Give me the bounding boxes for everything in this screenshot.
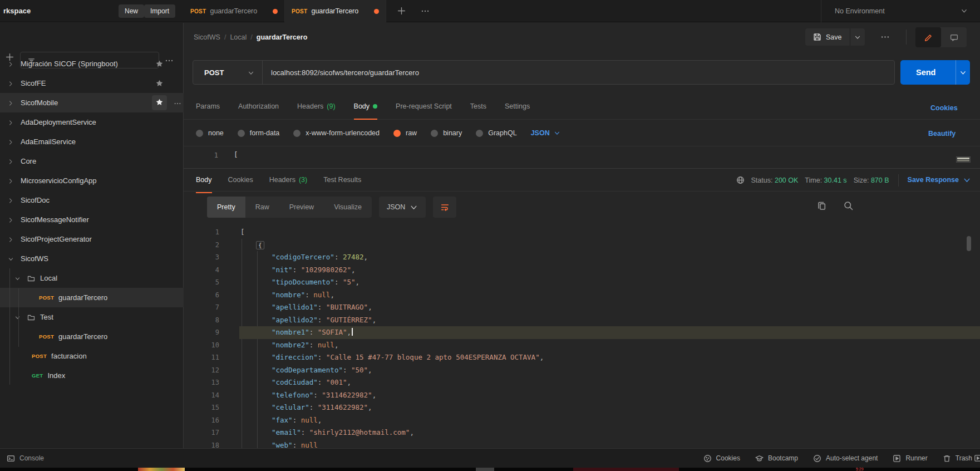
- sidebar-item-sicofdoc[interactable]: SicofDoc: [0, 190, 184, 210]
- console-button[interactable]: Console: [7, 454, 44, 462]
- sidebar-item-index[interactable]: GETIndex: [0, 366, 184, 385]
- code-line-17: 17"email": "shirly2112@hotmail.com",: [184, 426, 980, 439]
- response-tab-test-results[interactable]: Test Results: [323, 167, 361, 193]
- tab-headers[interactable]: Headers(9): [297, 94, 336, 120]
- chevron-down-icon: [14, 315, 21, 321]
- sidebar-item-sicoffe[interactable]: SicofFE: [0, 73, 184, 93]
- send-options-chevron[interactable]: [956, 68, 970, 76]
- radio-icon: [476, 130, 483, 137]
- save-button[interactable]: Save: [805, 28, 850, 46]
- open-request-tab[interactable]: POSTguardarTercero: [285, 0, 386, 22]
- view-raw[interactable]: Raw: [245, 197, 279, 218]
- url-input[interactable]: localhost:8092/sicofws/tercero/guardarTe…: [271, 68, 419, 77]
- sidebar-item-adaemailservice[interactable]: AdaEmailService: [0, 132, 184, 151]
- sidebar-item-facturacion[interactable]: POSTfacturacion: [0, 346, 184, 366]
- send-button[interactable]: Send: [900, 60, 970, 85]
- response-tab-body[interactable]: Body: [196, 167, 212, 193]
- breadcrumb-folder[interactable]: Local: [230, 33, 247, 41]
- bootcamp-icon: [755, 454, 764, 463]
- view-pretty[interactable]: Pretty: [207, 197, 245, 218]
- tab-pre-request-script[interactable]: Pre-request Script: [396, 94, 452, 120]
- comment-icon: [950, 33, 958, 42]
- sidebar-item-guardartercero[interactable]: POSTguardarTercero: [0, 327, 184, 346]
- statusbar-auto-select-agent[interactable]: Auto-select agent: [813, 454, 878, 462]
- sidebar-item-sicofmobile[interactable]: SicofMobile: [0, 93, 184, 112]
- body-mode-raw[interactable]: raw: [393, 129, 417, 137]
- body-mode-binary[interactable]: binary: [431, 129, 462, 137]
- tab-options-button[interactable]: [421, 7, 430, 16]
- item-more-button[interactable]: [174, 99, 181, 107]
- sidebar-item-sicofprojectgenerator[interactable]: SicofProjectGenerator: [0, 229, 184, 249]
- new-button[interactable]: New: [119, 4, 144, 18]
- tab-body[interactable]: Body: [354, 94, 378, 120]
- chevron-right-icon: [8, 217, 14, 223]
- code-line-16: 16"fax": null,: [184, 414, 980, 427]
- beautify-link[interactable]: Beautify: [928, 130, 956, 138]
- sidebar-item-migraci-n-sicof-springboot-[interactable]: Migración SICOF (Springboot): [0, 54, 184, 73]
- radio-icon: [196, 130, 203, 137]
- statusbar-bootcamp[interactable]: Bootcamp: [755, 454, 798, 462]
- statusbar-trash[interactable]: Trash: [943, 454, 972, 462]
- background-fragment: [138, 468, 185, 471]
- url-bar: POST localhost:8092/sicofws/tercero/guar…: [193, 60, 895, 85]
- clipped-statusbar-icon[interactable]: [974, 454, 980, 462]
- save-options-chevron[interactable]: [850, 28, 865, 46]
- tab-tests[interactable]: Tests: [470, 94, 486, 120]
- request-more-button[interactable]: [880, 32, 890, 42]
- chevron-right-icon: [8, 100, 14, 106]
- save-icon: [813, 33, 821, 41]
- view-visualize[interactable]: Visualize: [324, 197, 372, 218]
- search-response-button[interactable]: [844, 201, 853, 210]
- view-preview[interactable]: Preview: [279, 197, 324, 218]
- chevron-right-icon: [8, 198, 14, 204]
- environment-selector[interactable]: No Environment: [835, 7, 885, 15]
- radio-icon: [431, 130, 438, 137]
- statusbar-cookies[interactable]: Cookies: [703, 454, 740, 462]
- response-scrollbar[interactable]: [967, 236, 971, 251]
- editor-line-number: 1: [184, 151, 218, 159]
- format-dropdown[interactable]: JSON: [379, 197, 426, 218]
- sidebar-item-sicofmessagenotifier[interactable]: SicofMessageNotifier: [0, 210, 184, 229]
- breadcrumb-collection[interactable]: SicofWS: [194, 33, 220, 41]
- divider: [262, 60, 263, 85]
- sidebar-item-local[interactable]: Local: [0, 268, 184, 288]
- sidebar-item-adadeploymentservice[interactable]: AdaDeploymentService: [0, 112, 184, 132]
- copy-response-button[interactable]: [817, 201, 826, 210]
- response-tab-headers[interactable]: Headers(3): [269, 167, 308, 193]
- breadcrumb-request[interactable]: guardarTercero: [257, 33, 307, 41]
- editor-scrollbar[interactable]: [956, 156, 971, 163]
- star-icon: [155, 79, 164, 87]
- tab-authorization[interactable]: Authorization: [238, 94, 279, 120]
- sidebar-item-guardartercero[interactable]: POSTguardarTercero: [0, 288, 184, 307]
- sidebar: Migración SICOF (Springboot)SicofFESicof…: [0, 23, 184, 448]
- tab-settings[interactable]: Settings: [505, 94, 530, 120]
- import-button[interactable]: Import: [144, 4, 175, 18]
- edit-mode-button[interactable]: [915, 27, 941, 47]
- environment-chevron[interactable]: [961, 7, 968, 14]
- chevron-right-icon: [8, 120, 14, 126]
- sidebar-item-sicofws[interactable]: SicofWS: [0, 249, 184, 268]
- body-mode-none[interactable]: none: [196, 129, 224, 137]
- response-body-code[interactable]: 1[2{3"codigoTercero": 27482,4"nit": "102…: [184, 222, 980, 448]
- body-language-dropdown[interactable]: JSON: [531, 129, 560, 137]
- body-mode-form-data[interactable]: form-data: [238, 129, 280, 137]
- fold-marker[interactable]: {: [256, 241, 264, 249]
- sidebar-item-microservicioconfigapp[interactable]: MicroservicioConfigApp: [0, 171, 184, 190]
- statusbar-runner[interactable]: Runner: [893, 454, 927, 462]
- comments-button[interactable]: [941, 27, 967, 47]
- body-mode-graphql[interactable]: GraphQL: [476, 129, 516, 137]
- sidebar-item-core[interactable]: Core: [0, 151, 184, 171]
- tab-params[interactable]: Params: [196, 94, 220, 120]
- code-line-3: 3"codigoTercero": 27482,: [184, 251, 980, 264]
- new-tab-button[interactable]: [397, 7, 406, 15]
- response-tab-cookies[interactable]: Cookies: [228, 167, 253, 193]
- wrap-lines-button[interactable]: [433, 197, 456, 218]
- sidebar-item-test[interactable]: Test: [0, 307, 184, 327]
- method-selector[interactable]: POST: [193, 68, 262, 77]
- view-segmented-control: PrettyRawPreviewVisualize: [207, 197, 372, 218]
- save-response-button[interactable]: Save Response: [908, 176, 971, 184]
- cookies-link[interactable]: Cookies: [930, 104, 958, 112]
- favorite-star-button[interactable]: [152, 95, 167, 110]
- body-mode-x-www-form-urlencoded[interactable]: x-www-form-urlencoded: [293, 129, 380, 137]
- open-request-tab[interactable]: POSTguardarTercero: [184, 0, 285, 22]
